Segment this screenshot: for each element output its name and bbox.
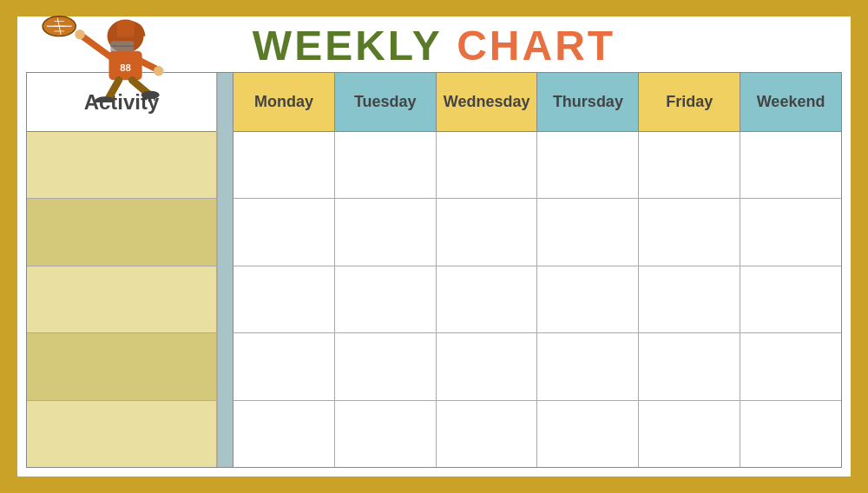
cell-r1-tue[interactable] [335,132,437,198]
cell-r4-mon[interactable] [233,333,335,399]
svg-rect-7 [110,41,134,52]
weekly-chart-table: Activity Monday [26,72,842,468]
activity-cell-2[interactable] [27,199,216,266]
days-header-row: Monday Tuesday Wednesday Thursday Friday [233,73,841,132]
cell-r1-wkd[interactable] [740,132,841,198]
svg-line-11 [80,35,110,57]
grid-row-4 [233,333,841,400]
cell-r2-fri[interactable] [639,199,740,265]
weekend-header: Weekend [740,73,841,131]
title-weekly: WEEKLY [253,23,443,69]
cell-r1-fri[interactable] [639,132,740,198]
divider-column [218,73,233,467]
tuesday-header: Tuesday [335,73,437,131]
cell-r2-thu[interactable] [537,199,639,265]
wednesday-header: Wednesday [437,73,538,131]
svg-line-23 [143,97,145,101]
player-illustration: 88 [30,7,213,102]
cell-r2-wed[interactable] [437,199,538,265]
cell-r3-mon[interactable] [233,266,335,332]
svg-line-24 [148,98,149,102]
cell-r5-fri[interactable] [639,401,740,467]
football-player-icon: 88 [30,11,204,102]
cell-r5-wkd[interactable] [740,401,841,467]
cell-r2-wkd[interactable] [740,199,841,265]
svg-point-12 [75,30,84,39]
cell-r3-wed[interactable] [437,266,538,332]
cell-r1-thu[interactable] [537,132,639,198]
grid-row-3 [233,266,841,333]
svg-line-13 [141,61,157,69]
grid-row-2 [233,199,841,266]
cell-r2-mon[interactable] [233,199,335,265]
monday-header: Monday [233,73,335,131]
cell-r4-tue[interactable] [335,333,437,399]
title-chart: CHART [457,23,615,69]
page-container: WEEKLY CHART [17,16,851,477]
cell-r1-wed[interactable] [437,132,538,198]
thursday-header: Thursday [537,73,639,131]
cell-r3-fri[interactable] [639,266,740,332]
cell-r4-thu[interactable] [537,333,639,399]
cell-r4-wed[interactable] [437,333,538,399]
activity-cell-1[interactable] [27,132,216,199]
activity-cell-3[interactable] [27,266,216,333]
cell-r3-wkd[interactable] [740,266,841,332]
grid-row-5 [233,401,841,467]
friday-header: Friday [639,73,740,131]
cell-r2-tue[interactable] [335,199,437,265]
grid-rows [233,132,841,467]
days-area: Monday Tuesday Wednesday Thursday Friday [233,73,841,467]
cell-r3-thu[interactable] [537,266,639,332]
grid-row-1 [233,132,841,199]
activity-rows [27,132,216,467]
cell-r3-tue[interactable] [335,266,437,332]
cell-r5-wed[interactable] [437,401,538,467]
activity-cell-4[interactable] [27,333,216,400]
cell-r1-mon[interactable] [233,132,335,198]
cell-r5-thu[interactable] [537,401,639,467]
activity-column: Activity [27,73,218,467]
cell-r5-tue[interactable] [335,401,437,467]
chart-area: 88 [17,72,851,477]
svg-text:88: 88 [120,62,131,73]
cell-r4-fri[interactable] [639,333,740,399]
svg-point-14 [154,66,163,76]
cell-r5-mon[interactable] [233,401,335,467]
cell-r4-wkd[interactable] [740,333,841,399]
activity-cell-5[interactable] [27,401,216,467]
